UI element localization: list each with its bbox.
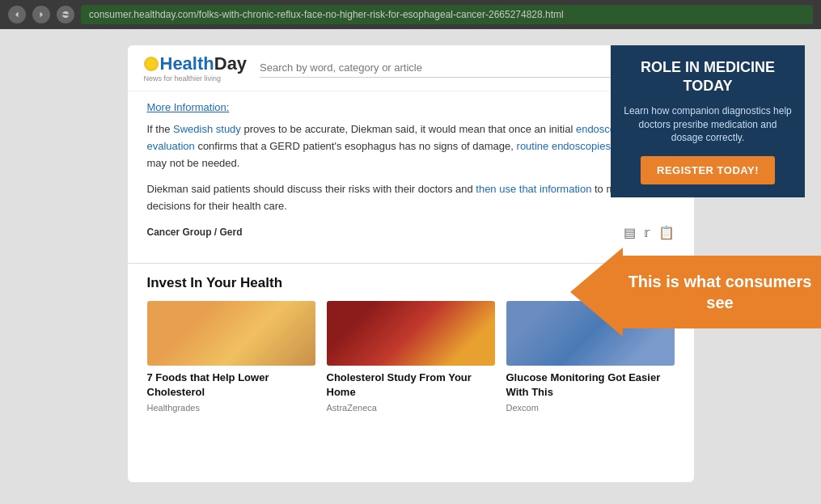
tags-text: Cancer Group / Gerd <box>147 227 243 238</box>
annotation-text: This is what consumers see <box>627 271 813 313</box>
social-icons: ▤ 𝕣 📋 <box>624 225 675 240</box>
logo-tagline: News for healthier living <box>144 74 222 83</box>
blue-ad: ROLE IN MEDICINE TODAY Learn how compani… <box>611 45 805 197</box>
right-panel: ROLE IN MEDICINE TODAY Learn how compani… <box>611 45 805 197</box>
blue-ad-text: Learn how companion diagnostics help doc… <box>624 104 792 145</box>
logo-text: HealthDay <box>160 53 248 74</box>
ad-source-1: Healthgrades <box>147 403 315 413</box>
invest-title: Invest In Your Health <box>147 275 283 291</box>
article-para-2: Diekman said patients should discuss the… <box>147 181 675 215</box>
article-area: More Information: If the Swedish study p… <box>128 91 694 263</box>
ad-title-2: Cholesterol Study From Your Home <box>327 371 495 400</box>
ad-card-2[interactable]: Cholesterol Study From Your Home AstraZe… <box>327 301 495 413</box>
logo-area: HealthDay News for healthier living <box>144 53 248 83</box>
arrow-shape: This is what consumers see <box>570 248 821 337</box>
browser-chrome: consumer.healthday.com/folks-with-chroni… <box>0 0 821 29</box>
logo: HealthDay <box>144 53 248 74</box>
ad-card-1[interactable]: 7 Foods that Help Lower Cholesterol Heal… <box>147 301 315 413</box>
ad-image-salmon <box>147 301 315 366</box>
ad-title-1: 7 Foods that Help Lower Cholesterol <box>147 371 315 400</box>
more-info-link[interactable]: More Information: <box>147 101 675 113</box>
ad-source-2: AstraZeneca <box>327 403 495 413</box>
article-para-1: If the Swedish study proves to be accura… <box>147 121 675 172</box>
blue-ad-title: ROLE IN MEDICINE TODAY <box>624 58 792 96</box>
site-header: HealthDay News for healthier living 🔍 ☰ <box>128 45 694 91</box>
twitter-icon[interactable]: 𝕣 <box>644 225 650 240</box>
page-wrapper: HealthDay News for healthier living 🔍 ☰ … <box>0 29 821 504</box>
register-button[interactable]: REGISTER TODAY! <box>641 156 775 184</box>
ad-image-cholesterol <box>327 301 495 366</box>
arrow-head <box>570 248 623 337</box>
facebook-icon[interactable]: ▤ <box>624 225 636 240</box>
logo-sun-icon <box>144 57 159 71</box>
back-button[interactable] <box>8 6 26 23</box>
ad-title-3: Glucose Monitoring Got Easier With This <box>506 371 675 400</box>
forward-button[interactable] <box>32 6 50 23</box>
share-icon[interactable]: 📋 <box>658 225 675 240</box>
arrow-annotation: This is what consumers see <box>570 248 821 337</box>
article-tags: Cancer Group / Gerd ▤ 𝕣 📋 <box>147 225 675 240</box>
reload-button[interactable] <box>57 6 74 23</box>
address-bar[interactable]: consumer.healthday.com/folks-with-chroni… <box>81 5 813 24</box>
ad-source-3: Dexcom <box>506 403 675 413</box>
search-input[interactable] <box>260 58 624 78</box>
